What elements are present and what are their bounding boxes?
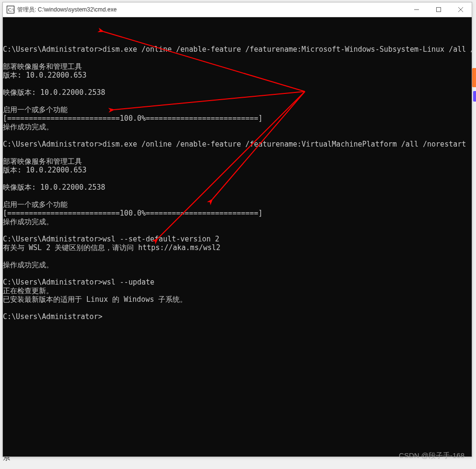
terminal-line: 版本: 10.0.22000.653 xyxy=(3,166,472,174)
terminal-line: C:\Users\Administrator> xyxy=(3,312,472,321)
terminal-line xyxy=(3,97,472,105)
terminal-line: 正在检查更新。 xyxy=(3,286,472,295)
terminal-line: C:\Users\Administrator>dism.exe /online … xyxy=(3,140,472,149)
window-controls xyxy=(406,2,472,17)
terminal-line: 已安装最新版本的适用于 Linux 的 Windows 子系统。 xyxy=(3,295,472,304)
terminal-line: 启用一个或多个功能 xyxy=(3,105,472,114)
terminal-line: 版本: 10.0.22000.653 xyxy=(3,71,472,80)
terminal-line: 操作成功完成。 xyxy=(3,217,472,226)
terminal-line: C:\Users\Administrator>wsl --set-default… xyxy=(3,235,472,243)
terminal-line: 启用一个或多个功能 xyxy=(3,200,472,209)
terminal-line: 映像版本: 10.0.22000.2538 xyxy=(3,88,472,97)
terminal-line xyxy=(3,252,472,261)
watermark: CSDN @段子手-168 xyxy=(399,451,464,460)
terminal-line xyxy=(3,269,472,278)
svg-text:C:\: C:\ xyxy=(8,7,14,12)
minimize-button[interactable] xyxy=(406,2,428,17)
terminal-line: 部署映像服务和管理工具 xyxy=(3,157,472,166)
terminal-line: 有关与 WSL 2 关键区别的信息，请访问 https://aka.ms/wsl… xyxy=(3,243,472,252)
terminal-line xyxy=(3,131,472,140)
terminal-line xyxy=(3,80,472,88)
window-title: 管理员: C:\windows\system32\cmd.exe xyxy=(17,6,406,14)
terminal-line: C:\Users\Administrator>dism.exe /online … xyxy=(3,45,472,54)
terminal-line: 部署映像服务和管理工具 xyxy=(3,62,472,71)
cmd-icon: C:\ xyxy=(7,6,14,13)
sidebar-chip-purple xyxy=(473,91,476,102)
cmd-window: C:\ 管理员: C:\windows\system32\cmd.exe C:\… xyxy=(2,2,472,457)
terminal-line: 操作成功完成。 xyxy=(3,261,472,269)
sidebar-chip-orange xyxy=(472,68,476,87)
maximize-button[interactable] xyxy=(428,2,450,17)
terminal-line xyxy=(3,174,472,183)
terminal-line xyxy=(3,192,472,200)
terminal-line: [==========================100.0%=======… xyxy=(3,114,472,123)
terminal-line xyxy=(3,36,472,45)
terminal-line xyxy=(3,149,472,157)
terminal-line xyxy=(3,226,472,235)
terminal-output[interactable]: C:\Users\Administrator>dism.exe /online … xyxy=(3,17,472,457)
terminal-line: [==========================100.0%=======… xyxy=(3,209,472,217)
close-button[interactable] xyxy=(450,2,472,17)
svg-rect-4 xyxy=(437,8,441,12)
terminal-line xyxy=(3,304,472,312)
terminal-line: 操作成功完成。 xyxy=(3,123,472,131)
titlebar[interactable]: C:\ 管理员: C:\windows\system32\cmd.exe xyxy=(3,2,472,17)
terminal-line: C:\Users\Administrator>wsl --update xyxy=(3,278,472,286)
terminal-line xyxy=(3,54,472,62)
terminal-line: 映像版本: 10.0.22000.2538 xyxy=(3,183,472,192)
